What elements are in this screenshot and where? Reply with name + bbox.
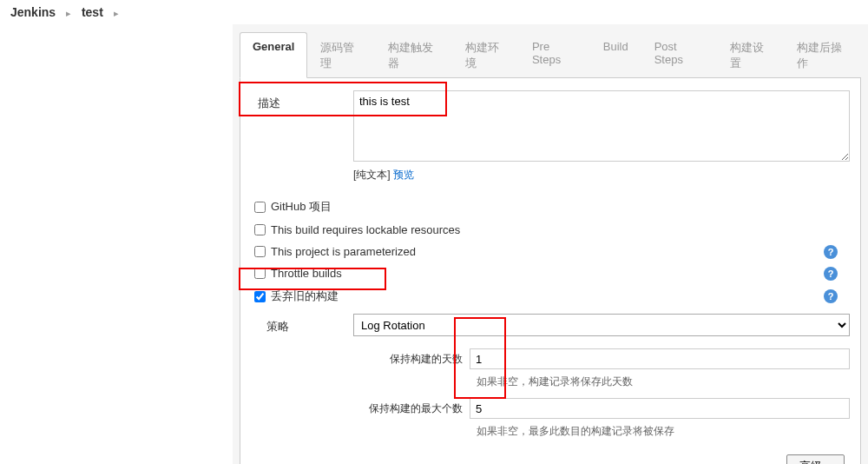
tab-post-steps[interactable]: Post Steps [641, 32, 717, 78]
tab-scm[interactable]: 源码管理 [307, 32, 374, 78]
github-project-label: GitHub 项目 [271, 199, 332, 215]
preview-link[interactable]: 预览 [393, 169, 414, 181]
parameterized-label: This project is parameterized [271, 245, 416, 258]
help-icon[interactable]: ? [824, 267, 838, 281]
parameterized-checkbox[interactable] [254, 246, 266, 257]
max-builds-desc: 如果非空，最多此数目的构建记录将被保存 [477, 419, 850, 447]
help-icon[interactable]: ? [824, 245, 838, 259]
breadcrumb-root[interactable]: Jenkins [10, 5, 56, 19]
days-to-keep-desc: 如果非空，构建记录将保存此天数 [477, 369, 850, 398]
throttle-builds-label: Throttle builds [271, 267, 342, 280]
description-label: 描述 [251, 90, 353, 116]
breadcrumb-item[interactable]: test [82, 5, 103, 19]
breadcrumb: Jenkins ▸ test ▸ [0, 0, 868, 24]
chevron-right-icon: ▸ [114, 8, 119, 18]
lockable-resources-label: This build requires lockable resources [271, 223, 460, 236]
tab-build-settings[interactable]: 构建设置 [717, 32, 784, 78]
days-to-keep-label: 保持构建的天数 [362, 352, 470, 367]
days-to-keep-input[interactable] [470, 348, 850, 369]
tab-post-actions[interactable]: 构建后操作 [784, 32, 861, 78]
chevron-right-icon: ▸ [66, 8, 71, 18]
description-textarea[interactable]: this is test [353, 90, 850, 162]
strategy-label: 策略 [251, 314, 353, 340]
tab-pre-steps[interactable]: Pre Steps [519, 32, 590, 78]
description-hint: [纯文本] 预览 [353, 168, 850, 182]
lockable-resources-checkbox[interactable] [254, 224, 266, 235]
max-builds-input[interactable] [470, 398, 850, 419]
tab-env[interactable]: 构建环境 [452, 32, 519, 78]
strategy-select[interactable]: Log Rotation [353, 314, 850, 336]
tab-build[interactable]: Build [590, 32, 641, 78]
discard-old-builds-checkbox[interactable] [254, 291, 266, 302]
max-builds-label: 保持构建的最大个数 [362, 401, 470, 416]
advanced-button[interactable]: 高级... [786, 454, 845, 464]
tab-general[interactable]: General [240, 32, 307, 78]
help-icon[interactable]: ? [824, 289, 838, 303]
left-sidebar-space [0, 24, 233, 464]
github-project-checkbox[interactable] [254, 202, 266, 213]
tab-triggers[interactable]: 构建触发器 [375, 32, 452, 78]
discard-old-builds-label: 丢弃旧的构建 [271, 288, 339, 304]
config-tabs: General 源码管理 构建触发器 构建环境 Pre Steps Build … [240, 31, 861, 78]
throttle-builds-checkbox[interactable] [254, 268, 266, 279]
